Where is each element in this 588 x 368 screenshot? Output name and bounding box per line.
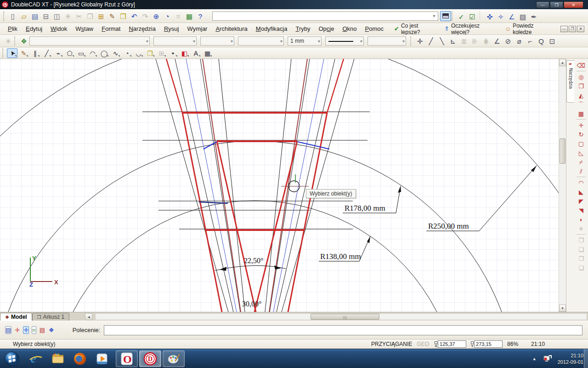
- tool-ellipse[interactable]: ◔: [122, 48, 132, 58]
- firefox-icon[interactable]: [70, 351, 90, 367]
- cut[interactable]: ✂: [74, 11, 84, 21]
- toolbar-grip[interactable]: [3, 12, 6, 21]
- menu-opcje[interactable]: Opcje: [315, 24, 339, 34]
- minimize-button[interactable]: —: [536, 1, 549, 8]
- menu-edytuj[interactable]: Edytuj: [22, 24, 46, 34]
- taskbar-clock[interactable]: 21:10 2012-09-01: [558, 352, 583, 365]
- geo-toggle[interactable]: GEO: [417, 341, 429, 347]
- close-button[interactable]: ✕: [564, 1, 583, 8]
- media-player-icon[interactable]: [92, 351, 112, 367]
- tool-paste-entities[interactable]: ⊞: [156, 48, 167, 58]
- doublecad-taskbar-icon[interactable]: D: [139, 351, 161, 367]
- rotate[interactable]: ↻: [576, 130, 586, 139]
- combo-color[interactable]: [200, 36, 234, 46]
- restore-button[interactable]: ❐: [550, 1, 563, 8]
- menu-pomoc[interactable]: Pomoc: [361, 24, 388, 34]
- menu-widok[interactable]: Widok: [46, 24, 71, 34]
- chamfer[interactable]: ◣: [576, 187, 586, 196]
- tool-spline[interactable]: ∿: [110, 48, 121, 58]
- tab-scroll-left-icon[interactable]: ◄: [85, 313, 92, 320]
- menu-modyfikacja[interactable]: Modyfikacja: [252, 24, 292, 34]
- zoom-level[interactable]: 86%: [507, 341, 518, 347]
- mdi-minimize-button[interactable]: —: [560, 26, 568, 32]
- dim-text[interactable]: Q: [536, 36, 546, 46]
- render-mode-button[interactable]: [440, 11, 451, 21]
- inspect-angle[interactable]: ∠: [507, 12, 517, 22]
- array[interactable]: ▦: [576, 109, 586, 118]
- tool-circle[interactable]: ◯: [99, 48, 109, 58]
- search-input[interactable]: [213, 12, 430, 20]
- dim-diameter[interactable]: ⌀: [514, 36, 524, 46]
- relative-coordinates[interactable]: ✛: [23, 326, 29, 334]
- dim-edit[interactable]: ⊡: [547, 36, 557, 46]
- promo-expect-more[interactable]: ⇑ Oczekujesz więcej?: [444, 23, 498, 35]
- scroll-down-icon[interactable]: ▼: [559, 305, 566, 312]
- mdi-restore-button[interactable]: ❐: [569, 26, 576, 32]
- start-button[interactable]: [4, 351, 20, 367]
- tools-panel-tab[interactable]: ✒ Narzędzia: [566, 60, 574, 103]
- undo[interactable]: ↶: [129, 11, 139, 21]
- save-file[interactable]: ▤: [30, 11, 40, 21]
- snap-modes[interactable]: ❖: [48, 326, 55, 334]
- scroll-up-icon[interactable]: ▲: [559, 59, 566, 66]
- x-coordinate-field[interactable]: 125,37 mm: [438, 340, 466, 348]
- combo-line-pattern[interactable]: [368, 36, 406, 46]
- inspect-distance[interactable]: ✧: [496, 12, 506, 22]
- menu-wstaw[interactable]: Wstaw: [71, 24, 97, 34]
- menu-wymiar[interactable]: Wymiar: [183, 24, 211, 34]
- menu-okno[interactable]: Okno: [338, 24, 361, 34]
- move[interactable]: ✛: [576, 121, 586, 130]
- spell-check[interactable]: ✓: [456, 12, 466, 22]
- toolbar-grip-4[interactable]: [410, 36, 413, 46]
- show-desktop-button[interactable]: [584, 349, 588, 368]
- hatch-pattern[interactable]: ▨: [518, 12, 528, 22]
- selection-filter[interactable]: ⌗: [173, 11, 183, 21]
- tool-polyline[interactable]: ⌁: [53, 48, 63, 58]
- dim-radius[interactable]: ⊘: [503, 36, 513, 46]
- menu-narzedzia[interactable]: Narzędzia: [124, 24, 160, 34]
- tool-line[interactable]: ╱: [41, 48, 52, 58]
- paint-icon[interactable]: [163, 351, 185, 367]
- internet-explorer-icon[interactable]: e: [26, 351, 46, 367]
- shear[interactable]: ◺: [576, 148, 586, 157]
- drawing-canvas[interactable]: R178,00 mm R250,00 mm R138,00 mm: [0, 59, 559, 312]
- toolbar-grip-3[interactable]: [14, 36, 17, 46]
- dimension-angle-large[interactable]: 30,00°: [242, 300, 261, 308]
- fillet[interactable]: ◗: [576, 215, 586, 224]
- combo-line-width[interactable]: 1 mm: [288, 36, 322, 46]
- style-brush[interactable]: ✒: [529, 12, 539, 22]
- offset[interactable]: ⌒: [576, 100, 586, 109]
- menu-architektura[interactable]: Architektura: [211, 24, 251, 34]
- search-combo[interactable]: ▼: [212, 12, 438, 21]
- dim-angular[interactable]: ∠: [492, 36, 502, 46]
- inspect-move[interactable]: ✜: [485, 12, 495, 22]
- chevron-down-icon[interactable]: ▼: [430, 14, 438, 18]
- combo-selection[interactable]: [29, 36, 150, 46]
- promo-tell-friend[interactable]: ☺ Powiedz koledze: [505, 23, 553, 35]
- tool-copy-entities[interactable]: ❐: [145, 48, 155, 58]
- dim-quick[interactable]: ✛: [415, 36, 425, 46]
- chamfer-edge[interactable]: ◥: [576, 206, 586, 215]
- edit-arc[interactable]: ◠: [576, 178, 586, 187]
- opera-icon[interactable]: O: [116, 351, 138, 367]
- dim-aligned[interactable]: ╱: [426, 36, 436, 46]
- zoom-window[interactable]: ⊕: [151, 11, 161, 21]
- duplicate[interactable]: ❐: [576, 81, 586, 91]
- open-file[interactable]: ▱: [19, 11, 29, 21]
- horizontal-scrollbar[interactable]: |||: [95, 313, 587, 320]
- dim-rotated[interactable]: ╲: [437, 36, 447, 46]
- group[interactable]: ❐: [576, 254, 586, 263]
- chamfer-corner[interactable]: ◤: [576, 196, 586, 206]
- tray-expand-icon[interactable]: ▲: [532, 356, 537, 361]
- gear-icon[interactable]: ✳: [3, 36, 13, 46]
- menu-tryby[interactable]: Tryby: [291, 24, 314, 34]
- send-to-back[interactable]: ❏: [576, 245, 586, 254]
- tool-sketch[interactable]: ✎: [18, 48, 29, 58]
- dim-ordinate[interactable]: ⊾: [448, 36, 458, 46]
- combo-line-style[interactable]: [325, 36, 364, 46]
- combo-layer[interactable]: [153, 36, 197, 46]
- tab-model[interactable]: ❖ Model: [0, 313, 32, 321]
- snap-toggle[interactable]: PRZYCIĄGANIE: [371, 341, 412, 347]
- dim-leader[interactable]: ⌐: [525, 36, 535, 46]
- bring-to-front[interactable]: ❐: [576, 236, 586, 245]
